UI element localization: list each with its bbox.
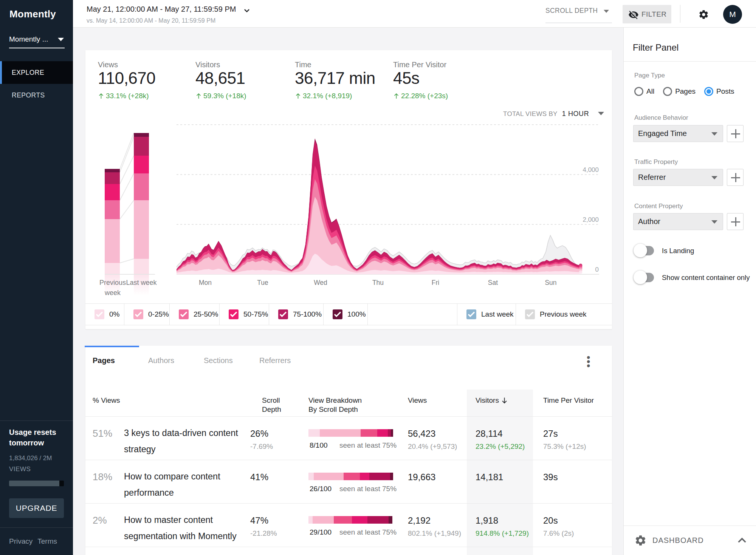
svg-text:4,000: 4,000 [582,166,599,173]
svg-text:Tue: Tue [257,279,268,286]
svg-text:week: week [104,289,121,297]
svg-text:2,000: 2,000 [582,216,599,223]
svg-text:Fri: Fri [432,279,439,286]
svg-text:0: 0 [595,266,599,273]
svg-text:Thu: Thu [372,279,384,286]
svg-text:Sun: Sun [545,279,556,286]
svg-text:Sat: Sat [488,279,498,286]
svg-text:Previous: Previous [99,279,126,286]
svg-text:Wed: Wed [314,279,327,286]
svg-text:Last week: Last week [126,279,157,286]
svg-text:Mon: Mon [199,279,212,286]
